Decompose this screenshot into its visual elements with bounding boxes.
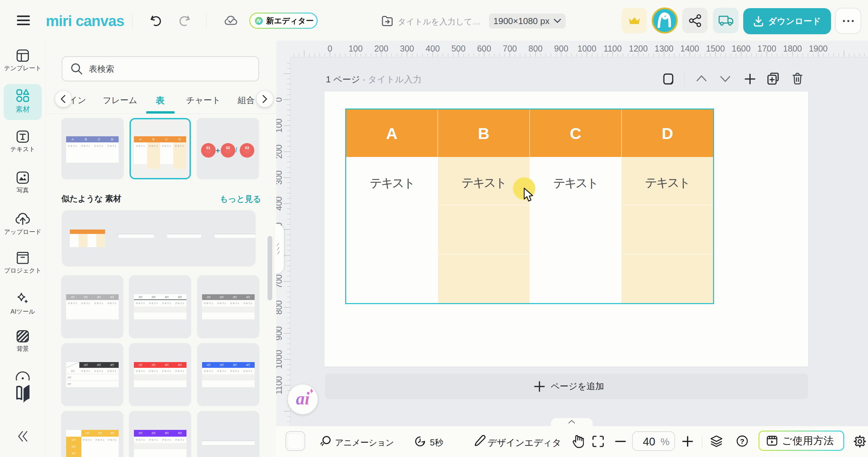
svg-text:100: 100 [349, 44, 363, 53]
svg-text:1000: 1000 [577, 44, 596, 53]
svg-text:1700: 1700 [757, 44, 776, 53]
svg-text:400: 400 [276, 197, 283, 211]
svg-text:400: 400 [426, 44, 440, 53]
svg-text:1100: 1100 [276, 376, 283, 395]
svg-text:?: ? [740, 437, 745, 445]
svg-text:300: 300 [276, 171, 283, 185]
svg-text:900: 900 [276, 326, 283, 341]
svg-text:700: 700 [276, 274, 283, 289]
svg-text:1000: 1000 [276, 350, 283, 369]
svg-text:800: 800 [529, 44, 543, 53]
svg-text:600: 600 [477, 44, 491, 53]
svg-text:1500: 1500 [706, 44, 725, 53]
svg-text:200: 200 [276, 144, 283, 159]
svg-text:500: 500 [451, 44, 466, 53]
svg-text:100: 100 [276, 119, 283, 133]
svg-text:800: 800 [276, 300, 283, 315]
svg-text:1600: 1600 [732, 44, 751, 53]
svg-text:1800: 1800 [783, 44, 802, 53]
svg-text:700: 700 [503, 44, 517, 53]
svg-text:0: 0 [276, 97, 283, 102]
svg-text:1200: 1200 [629, 44, 648, 53]
svg-text:1100: 1100 [604, 44, 622, 53]
svg-text:1300: 1300 [655, 44, 674, 53]
svg-text:0: 0 [328, 44, 332, 53]
svg-text:1900: 1900 [809, 44, 828, 53]
svg-text:200: 200 [374, 44, 389, 53]
svg-text:1400: 1400 [680, 44, 699, 53]
svg-text:300: 300 [400, 44, 414, 53]
svg-text:900: 900 [554, 44, 568, 53]
